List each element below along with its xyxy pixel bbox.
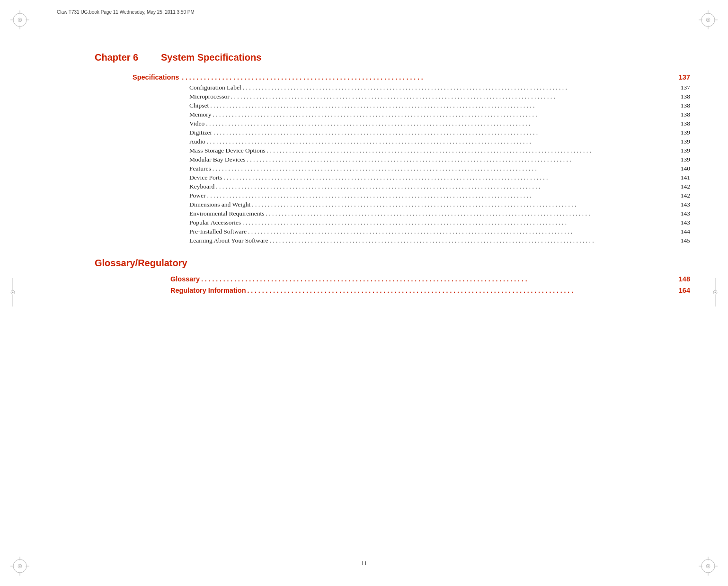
toc-item-dots: . . . . . . . . . . . . . . . . . . . . … xyxy=(209,102,676,109)
toc-item-label: Mass Storage Device Options xyxy=(189,147,266,154)
toc-item-dots: . . . . . . . . . . . . . . . . . . . . … xyxy=(266,147,676,154)
toc-item-dots: . . . . . . . . . . . . . . . . . . . . … xyxy=(230,93,676,100)
toc-item-label: Audio xyxy=(189,138,205,145)
toc-item-label: Memory xyxy=(189,111,212,118)
glossary-item-label: Regulatory Information xyxy=(170,287,246,294)
toc-item-page: 142 xyxy=(676,192,690,199)
toc-item-dots: . . . . . . . . . . . . . . . . . . . . … xyxy=(241,84,676,91)
toc-item-label: Microprocessor xyxy=(189,93,230,100)
toc-item-page: 143 xyxy=(676,210,690,217)
corner-mark-tr xyxy=(699,10,718,29)
toc-item: Pre-Installed Software . . . . . . . . .… xyxy=(189,228,690,235)
toc-item: Keyboard . . . . . . . . . . . . . . . .… xyxy=(189,183,690,190)
toc-item-page: 141 xyxy=(676,174,690,181)
svg-point-6 xyxy=(19,19,21,21)
side-mark-right xyxy=(711,278,719,308)
toc-item-label: Modular Bay Devices xyxy=(189,156,245,163)
file-info: Claw T731 UG.book Page 11 Wednesday, May… xyxy=(57,9,195,15)
toc-item-page: 139 xyxy=(676,138,690,145)
toc-item-page: 145 xyxy=(676,237,690,244)
corner-mark-tl xyxy=(10,10,29,29)
corner-mark-bl xyxy=(10,557,29,576)
toc-items: Configuration Label . . . . . . . . . . … xyxy=(95,84,690,244)
chapter-title: System Specifications xyxy=(161,52,261,63)
toc-item-dots: . . . . . . . . . . . . . . . . . . . . … xyxy=(241,219,676,226)
toc-item: Digitizer . . . . . . . . . . . . . . . … xyxy=(189,129,690,136)
toc-level1-specifications: Specifications . . . . . . . . . . . . .… xyxy=(133,73,690,81)
toc-item: Power . . . . . . . . . . . . . . . . . … xyxy=(189,192,690,199)
toc-item-dots: . . . . . . . . . . . . . . . . . . . . … xyxy=(268,237,676,244)
toc-item-page: 143 xyxy=(676,201,690,208)
toc-item: Memory . . . . . . . . . . . . . . . . .… xyxy=(189,111,690,118)
toc-item-page: 139 xyxy=(676,129,690,136)
toc-item-label: Learning About Your Software xyxy=(189,237,268,244)
toc-item: Configuration Label . . . . . . . . . . … xyxy=(189,84,690,91)
toc-item-page: 138 xyxy=(676,111,690,118)
toc-item-label: Pre-Installed Software xyxy=(189,228,247,235)
toc-item-dots: . . . . . . . . . . . . . . . . . . . . … xyxy=(247,228,676,235)
chapter-heading: Chapter 6 System Specifications xyxy=(95,52,690,63)
toc-label-specifications: Specifications xyxy=(133,73,179,81)
toc-item-label: Power xyxy=(189,192,206,199)
svg-point-35 xyxy=(715,291,716,293)
toc-item-label: Popular Accessories xyxy=(189,219,241,226)
glossary-items: Glossary . . . . . . . . . . . . . . . .… xyxy=(95,275,690,294)
toc-item: Environmental Requirements . . . . . . .… xyxy=(189,210,690,217)
toc-item-page: 139 xyxy=(676,147,690,154)
toc-item-dots: . . . . . . . . . . . . . . . . . . . . … xyxy=(265,210,676,217)
glossary-item-dots: . . . . . . . . . . . . . . . . . . . . … xyxy=(246,287,676,294)
toc-item: Mass Storage Device Options . . . . . . … xyxy=(189,147,690,154)
toc-item-label: Features xyxy=(189,165,211,172)
svg-point-27 xyxy=(708,566,709,567)
toc-item: Chipset . . . . . . . . . . . . . . . . … xyxy=(189,102,690,109)
toc-section-specifications: Specifications . . . . . . . . . . . . .… xyxy=(95,73,690,244)
glossary-item-dots: . . . . . . . . . . . . . . . . . . . . … xyxy=(200,275,676,283)
toc-item-label: Environmental Requirements xyxy=(189,210,265,217)
toc-item: Video . . . . . . . . . . . . . . . . . … xyxy=(189,120,690,127)
toc-item-label: Dimensions and Weight xyxy=(189,201,250,208)
glossary-label: Glossary/Regulatory xyxy=(95,258,187,268)
toc-item-dots: . . . . . . . . . . . . . . . . . . . . … xyxy=(250,201,676,208)
toc-page-specifications: 137 xyxy=(676,73,690,81)
side-mark-left xyxy=(9,278,17,308)
chapter-label: Chapter 6 xyxy=(95,52,147,63)
toc-item-page: 142 xyxy=(676,183,690,190)
glossary-toc-item: Glossary . . . . . . . . . . . . . . . .… xyxy=(170,275,690,283)
toc-item: Learning About Your Software . . . . . .… xyxy=(189,237,690,244)
toc-item-page: 138 xyxy=(676,102,690,109)
toc-item-dots: . . . . . . . . . . . . . . . . . . . . … xyxy=(212,111,676,118)
toc-item-dots: . . . . . . . . . . . . . . . . . . . . … xyxy=(206,192,676,199)
toc-item: Microprocessor . . . . . . . . . . . . .… xyxy=(189,93,690,100)
page-number: 11 xyxy=(361,559,367,567)
toc-item: Features . . . . . . . . . . . . . . . .… xyxy=(189,165,690,172)
toc-item-dots: . . . . . . . . . . . . . . . . . . . . … xyxy=(205,138,676,145)
toc-item-label: Chipset xyxy=(189,102,209,109)
toc-item-dots: . . . . . . . . . . . . . . . . . . . . … xyxy=(245,156,676,163)
toc-item-dots: . . . . . . . . . . . . . . . . . . . . … xyxy=(214,183,676,190)
toc-item-page: 140 xyxy=(676,165,690,172)
toc-item-dots: . . . . . . . . . . . . . . . . . . . . … xyxy=(204,120,676,127)
toc-item-label: Keyboard xyxy=(189,183,214,190)
page: Claw T731 UG.book Page 11 Wednesday, May… xyxy=(0,0,728,586)
main-content: Chapter 6 System Specifications Specific… xyxy=(95,52,690,294)
toc-dots-specifications: . . . . . . . . . . . . . . . . . . . . … xyxy=(179,73,674,81)
svg-point-20 xyxy=(19,566,21,567)
svg-point-13 xyxy=(708,19,709,21)
toc-item-page: 139 xyxy=(676,156,690,163)
glossary-item-label: Glossary xyxy=(170,275,200,283)
svg-point-31 xyxy=(12,291,14,293)
toc-item-dots: . . . . . . . . . . . . . . . . . . . . … xyxy=(222,174,676,181)
toc-item-page: 143 xyxy=(676,219,690,226)
toc-item: Modular Bay Devices . . . . . . . . . . … xyxy=(189,156,690,163)
toc-item-label: Configuration Label xyxy=(189,84,241,91)
toc-item-page: 138 xyxy=(676,120,690,127)
glossary-toc-item: Regulatory Information . . . . . . . . .… xyxy=(170,287,690,294)
toc-item: Audio . . . . . . . . . . . . . . . . . … xyxy=(189,138,690,145)
toc-item-label: Video xyxy=(189,120,204,127)
toc-item: Dimensions and Weight . . . . . . . . . … xyxy=(189,201,690,208)
toc-item: Device Ports . . . . . . . . . . . . . .… xyxy=(189,174,690,181)
toc-item-page: 138 xyxy=(676,93,690,100)
corner-mark-br xyxy=(699,557,718,576)
glossary-heading: Glossary/Regulatory xyxy=(95,258,690,269)
toc-item-page: 144 xyxy=(676,228,690,235)
